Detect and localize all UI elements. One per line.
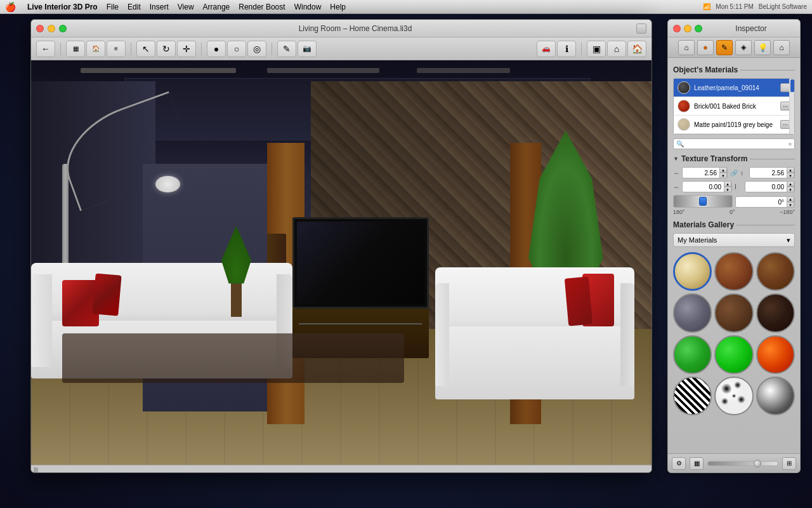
height-stepper[interactable]: ▲ ▼ — [787, 167, 794, 178]
back-button[interactable]: ← — [36, 41, 55, 57]
gallery-dropdown[interactable]: My Materials ▾ — [673, 233, 795, 247]
inspector-settings-btn[interactable]: ⚙ — [672, 457, 686, 470]
offsetx-field[interactable]: ▲ ▼ — [682, 181, 732, 192]
eyedropper-icon[interactable]: 🔍 — [676, 140, 684, 147]
toolbar-sep-5 — [581, 43, 582, 55]
offsetx-down[interactable]: ▼ — [724, 187, 731, 192]
gallery-item-green-dark[interactable] — [714, 335, 753, 374]
sphere-tool[interactable]: ● — [207, 41, 226, 57]
width-field[interactable]: ▲ ▼ — [682, 167, 728, 178]
camera-button[interactable]: 📷 — [298, 41, 317, 57]
offsety-field[interactable]: ▲ ▼ — [745, 181, 795, 192]
material-search-bar: 🔍 ≡ — [673, 138, 795, 149]
rotation-slider[interactable] — [673, 195, 733, 208]
maximize-button[interactable] — [59, 25, 67, 32]
gallery-item-cream[interactable] — [673, 252, 712, 291]
offsetx-input[interactable] — [683, 184, 724, 190]
height-up[interactable]: ▲ — [787, 167, 794, 173]
width-input[interactable] — [683, 170, 719, 177]
inspector-object-btn[interactable]: ⌂ — [773, 40, 790, 55]
menu-window[interactable]: Window — [294, 3, 322, 11]
rotation-thumb[interactable] — [699, 197, 707, 206]
width-down[interactable]: ▼ — [719, 173, 727, 178]
frame-button[interactable]: ▣ — [587, 41, 606, 57]
width-up[interactable]: ▲ — [719, 167, 727, 173]
offsetx-stepper[interactable]: ▲ ▼ — [724, 181, 731, 192]
link-icon[interactable]: 🔗 — [730, 170, 738, 177]
offsety-down[interactable]: ▼ — [787, 187, 794, 192]
inspector-maximize[interactable] — [695, 25, 702, 32]
height-field[interactable]: ▲ ▼ — [749, 167, 795, 178]
gallery-item-chrome[interactable] — [756, 377, 795, 415]
menu-edit[interactable]: Edit — [128, 3, 141, 11]
width-stepper[interactable]: ▲ ▼ — [719, 167, 727, 178]
dropdown-arrow-icon: ▾ — [787, 236, 790, 244]
view3d-button[interactable]: 🏠 — [627, 41, 646, 57]
rotation-stepper[interactable]: ▲ ▼ — [787, 196, 794, 208]
close-button[interactable] — [36, 25, 44, 32]
render-button[interactable]: 🏠 — [86, 41, 105, 57]
offsety-up[interactable]: ▲ — [787, 181, 794, 187]
inspector-texture-btn[interactable]: ◈ — [735, 40, 752, 55]
gallery-size-thumb[interactable] — [754, 460, 761, 467]
gallery-item-green-light[interactable] — [673, 335, 712, 374]
select-button[interactable]: ↖ — [136, 41, 155, 57]
viewport-scrollbar[interactable]: ||| — [31, 465, 652, 473]
material-item-brick[interactable]: Brick/001 Baked Brick ⋯ — [674, 97, 794, 116]
offsety-stepper[interactable]: ▲ ▼ — [787, 181, 794, 192]
minimize-button[interactable] — [48, 25, 55, 32]
orbit-button[interactable]: ↻ — [157, 41, 176, 57]
rotation-value-field[interactable]: ▲ ▼ — [735, 196, 795, 208]
gallery-size-slider[interactable] — [707, 461, 778, 466]
inspector-grid-btn[interactable]: ▦ — [690, 457, 704, 470]
offsety-input[interactable] — [745, 184, 787, 190]
menu-insert[interactable]: Insert — [150, 3, 169, 11]
menu-render-boost[interactable]: Render Boost — [239, 3, 285, 11]
gallery-item-wood-light[interactable] — [714, 252, 753, 291]
window-zoom-button[interactable] — [636, 23, 646, 34]
inspector-sphere-btn[interactable]: ● — [697, 40, 714, 55]
height-down[interactable]: ▼ — [787, 173, 794, 178]
menu-view[interactable]: View — [178, 3, 194, 11]
gallery-item-fire[interactable] — [756, 335, 795, 374]
torus-tool[interactable]: ◎ — [247, 41, 266, 57]
rotation-up[interactable]: ▲ — [787, 196, 794, 202]
home-button[interactable]: ⌂ — [607, 41, 626, 57]
app-name[interactable]: Live Interior 3D Pro — [27, 3, 98, 11]
offsetx-up[interactable]: ▲ — [724, 181, 731, 187]
gallery-item-spots[interactable] — [714, 377, 753, 415]
material-item-leather[interactable]: Leather/pamela_09014 ⋯ — [674, 79, 794, 97]
gallery-item-stone[interactable] — [673, 293, 712, 332]
info-button[interactable]: ℹ — [557, 41, 576, 57]
draw-button[interactable]: ✎ — [277, 41, 296, 57]
gallery-item-wood-dark[interactable] — [756, 252, 795, 291]
inspector-house-btn[interactable]: ⌂ — [678, 40, 695, 55]
collapse-arrow[interactable]: ▼ — [673, 156, 679, 162]
apple-menu[interactable]: 🍎 — [5, 2, 16, 12]
material-item-paint[interactable]: Matte paint/1019 grey beige ⋯ — [674, 116, 794, 134]
rotation-input[interactable] — [736, 199, 787, 206]
list-options-icon[interactable]: ≡ — [789, 141, 792, 147]
3d-button[interactable]: ≡ — [107, 41, 126, 57]
height-input[interactable] — [750, 170, 787, 177]
gallery-item-zebra[interactable] — [673, 377, 712, 415]
shape-tools: ● ○ ◎ — [207, 41, 266, 57]
inspector-light-btn[interactable]: 💡 — [754, 40, 771, 55]
3d-viewport[interactable]: ||| — [31, 60, 652, 473]
gallery-item-brown[interactable] — [714, 293, 753, 332]
menu-arrange[interactable]: Arrange — [203, 3, 230, 11]
pan-button[interactable]: ✛ — [177, 41, 196, 57]
materials-scrollbar[interactable] — [789, 79, 794, 134]
menu-file[interactable]: File — [107, 3, 119, 11]
inspector-minimize[interactable] — [684, 25, 691, 32]
object-library-button[interactable]: 🚗 — [537, 41, 556, 57]
rotation-down[interactable]: ▼ — [787, 202, 794, 208]
circle-tool[interactable]: ○ — [227, 41, 246, 57]
gallery-item-dark-brown[interactable] — [756, 293, 795, 332]
menu-help[interactable]: Help — [330, 3, 346, 11]
inspector-close[interactable] — [673, 25, 681, 32]
paint-icon: ✎ — [721, 43, 728, 52]
inspector-expand-btn[interactable]: ⊞ — [782, 457, 796, 470]
inspector-paint-btn[interactable]: ✎ — [716, 40, 733, 55]
floorplan-button[interactable]: ▦ — [66, 41, 85, 57]
